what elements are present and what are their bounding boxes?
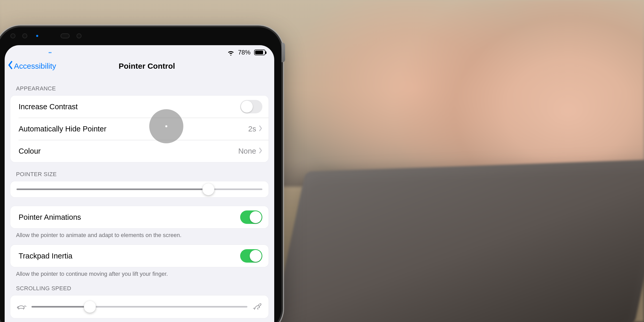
label-trackpad-inertia: Trackpad Inertia (19, 252, 240, 260)
nav-bar: Accessibility Pointer Control (5, 60, 274, 76)
status-indicator: •• (49, 50, 52, 55)
value-colour: None (238, 147, 256, 155)
row-colour[interactable]: Colour None (19, 140, 269, 162)
toggle-trackpad-inertia[interactable] (240, 249, 262, 263)
group-pointer-size (10, 181, 269, 197)
toggle-pointer-animations[interactable] (240, 210, 262, 224)
tortoise-icon (17, 303, 27, 311)
row-pointer-animations[interactable]: Pointer Animations (10, 206, 269, 228)
ipad-screen: •• 78% Accessibility Pointer Cont (5, 45, 274, 322)
label-increase-contrast: Increase Contrast (19, 103, 240, 111)
pointer-preview (149, 109, 183, 143)
chevron-right-icon (259, 125, 262, 133)
hare-icon (252, 303, 262, 311)
row-increase-contrast[interactable]: Increase Contrast (10, 96, 269, 118)
label-colour: Colour (19, 147, 238, 155)
toggle-increase-contrast[interactable] (240, 100, 262, 113)
battery-percentage: 78% (238, 49, 250, 56)
page-title: Pointer Control (25, 62, 269, 70)
status-bar: •• 78% (5, 45, 274, 60)
row-auto-hide-pointer[interactable]: Automatically Hide Pointer 2s (19, 118, 269, 140)
group-trackpad-inertia: Trackpad Inertia (10, 245, 269, 267)
chevron-right-icon (259, 147, 262, 155)
slider-pointer-size[interactable] (17, 189, 262, 190)
slider-scrolling-speed[interactable] (32, 306, 247, 308)
wifi-icon (227, 50, 234, 55)
camera-cluster (10, 33, 82, 38)
group-scrolling-speed (10, 295, 269, 318)
ipad-device-frame: •• 78% Accessibility Pointer Cont (0, 27, 281, 322)
note-pointer-animations: Allow the pointer to animate and adapt t… (5, 228, 274, 240)
group-pointer-animations: Pointer Animations (10, 206, 269, 228)
section-header-scrolling-speed: SCROLLING SPEED (5, 279, 274, 295)
row-trackpad-inertia[interactable]: Trackpad Inertia (10, 245, 269, 267)
value-auto-hide: 2s (248, 125, 256, 133)
battery-icon (254, 50, 265, 55)
section-header-pointer-size: POINTER SIZE (5, 162, 274, 181)
label-auto-hide: Automatically Hide Pointer (19, 125, 248, 133)
section-header-appearance: APPEARANCE (5, 76, 274, 96)
label-pointer-animations: Pointer Animations (19, 213, 240, 222)
group-appearance: Increase Contrast Automatically Hide Poi… (10, 96, 269, 162)
chevron-left-icon (8, 61, 13, 71)
trackpad-surface (270, 159, 644, 322)
recording-indicator-icon (36, 35, 38, 37)
note-trackpad-inertia: Allow the pointer to continue moving aft… (5, 267, 274, 279)
